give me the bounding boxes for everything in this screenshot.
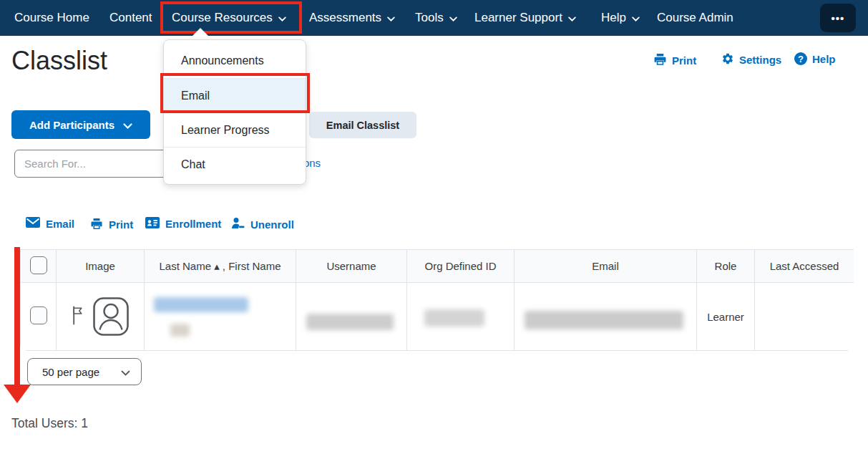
row-image-cell <box>57 283 145 351</box>
select-all-checkbox[interactable] <box>30 256 47 274</box>
classlist-page: Course Home Content Course Resources Ass… <box>0 0 868 449</box>
header-username[interactable]: Username <box>296 250 407 283</box>
toolbar-unenroll-label: Unenroll <box>250 218 294 231</box>
course-navbar: Course Home Content Course Resources Ass… <box>0 0 868 36</box>
chevron-down-icon <box>387 0 395 36</box>
flag-icon[interactable] <box>72 306 84 327</box>
toolbar-email-label: Email <box>46 218 74 230</box>
nav-assessments[interactable]: Assessments <box>309 0 395 36</box>
add-participants-button[interactable]: Add Participants <box>11 110 150 139</box>
row-name-cell <box>145 283 296 351</box>
org-defined-id-redacted <box>424 309 484 327</box>
header-name-sort[interactable]: Last Name ▴ , First Name <box>145 250 296 283</box>
email-classlist-button[interactable]: Email Classlist <box>309 112 416 138</box>
header-org-defined-id[interactable]: Org Defined ID <box>407 250 515 283</box>
chevron-down-icon <box>568 0 576 36</box>
annotation-arrow-shaft <box>14 247 20 385</box>
nav-content[interactable]: Content <box>109 0 152 36</box>
chevron-down-icon <box>632 0 640 36</box>
nav-course-home[interactable]: Course Home <box>14 0 89 36</box>
toolbar-email[interactable]: Email <box>26 217 74 230</box>
settings-link[interactable]: Settings <box>721 52 781 67</box>
menu-item-chat[interactable]: Chat <box>164 147 306 181</box>
header-role[interactable]: Role <box>697 250 755 283</box>
row-org-id-cell <box>407 283 515 351</box>
chevron-down-icon <box>123 119 132 131</box>
per-page-value: 50 per page <box>42 366 99 378</box>
person-remove-icon <box>231 217 245 232</box>
nav-course-resources[interactable]: Course Resources <box>172 0 286 36</box>
row-role-cell: Learner <box>697 283 755 351</box>
per-page-select[interactable]: 50 per page <box>27 358 142 385</box>
nav-course-admin[interactable]: Course Admin <box>657 0 733 36</box>
toolbar-print-label: Print <box>109 218 133 231</box>
ellipsis-icon: ••• <box>832 12 845 24</box>
classlist-table: Image Last Name ▴ , First Name Username … <box>20 249 854 351</box>
printer-icon <box>653 52 667 68</box>
nav-help[interactable]: Help <box>601 0 640 36</box>
toolbar-enrollment-label: Enrollment <box>165 218 221 230</box>
nav-label: Content <box>109 0 152 36</box>
dropdown-pointer <box>192 28 209 37</box>
row-last-accessed-cell <box>755 283 854 351</box>
header-select-all-cell <box>21 250 57 283</box>
menu-item-announcements[interactable]: Announcements <box>164 44 306 78</box>
menu-item-email[interactable]: Email <box>164 78 306 112</box>
help-link[interactable]: ? Help <box>794 52 836 65</box>
header-email[interactable]: Email <box>515 250 697 283</box>
student-name-link-redacted[interactable] <box>154 297 248 312</box>
settings-label: Settings <box>739 54 781 66</box>
nav-label: Course Home <box>14 0 89 36</box>
more-actions-button[interactable]: ••• <box>820 4 856 32</box>
username-redacted <box>306 314 394 330</box>
menu-item-learner-progress[interactable]: Learner Progress <box>164 112 306 147</box>
row-email-cell <box>515 283 697 351</box>
id-card-icon <box>145 217 160 231</box>
chevron-down-icon <box>449 0 457 36</box>
print-link[interactable]: Print <box>653 52 696 68</box>
toolbar-unenroll[interactable]: Unenroll <box>231 217 294 232</box>
add-participants-label: Add Participants <box>29 119 114 131</box>
toolbar-print[interactable]: Print <box>90 217 133 232</box>
header-image: Image <box>57 250 145 283</box>
header-last-accessed[interactable]: Last Accessed <box>755 250 854 283</box>
envelope-icon <box>26 217 40 230</box>
email-redacted <box>525 311 683 329</box>
chevron-down-icon <box>121 366 130 378</box>
course-resources-dropdown: Announcements Email Learner Progress Cha… <box>163 39 306 185</box>
printer-icon <box>90 217 103 232</box>
toolbar-enrollment[interactable]: Enrollment <box>145 217 221 231</box>
nav-label: Tools <box>415 0 444 36</box>
nav-label: Course Admin <box>657 0 733 36</box>
table-row: Learner <box>21 283 854 351</box>
search-box <box>14 150 176 178</box>
nav-label: Help <box>601 0 626 36</box>
search-input[interactable] <box>15 158 167 170</box>
row-select-cell <box>21 283 57 351</box>
annotation-arrow-head <box>4 385 31 403</box>
email-classlist-label: Email Classlist <box>326 120 399 131</box>
nav-learner-support[interactable]: Learner Support <box>474 0 576 36</box>
student-name-subtext-redacted <box>170 324 190 337</box>
nav-label: Learner Support <box>474 0 562 36</box>
page-title: Classlist <box>11 46 107 76</box>
help-icon: ? <box>794 52 807 65</box>
total-users-label: Total Users: 1 <box>11 416 88 431</box>
help-label: Help <box>812 53 836 65</box>
nav-label: Course Resources <box>172 0 273 36</box>
chevron-down-icon <box>278 0 286 36</box>
avatar <box>93 297 129 336</box>
row-checkbox[interactable] <box>30 306 47 324</box>
row-username-cell <box>296 283 407 351</box>
gear-icon <box>721 52 734 67</box>
table-header-row: Image Last Name ▴ , First Name Username … <box>21 250 854 283</box>
print-label: Print <box>672 54 696 67</box>
nav-label: Assessments <box>309 0 381 36</box>
nav-tools[interactable]: Tools <box>415 0 457 36</box>
